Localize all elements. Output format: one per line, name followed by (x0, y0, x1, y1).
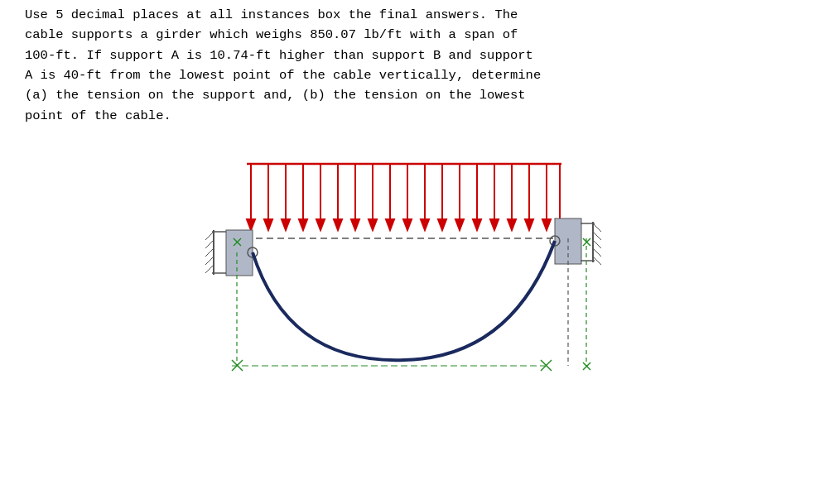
text-line-2: cable supports a girder which weighs 850… (25, 25, 799, 45)
svg-marker-30 (490, 219, 499, 230)
svg-marker-26 (455, 219, 464, 230)
svg-line-49 (593, 240, 601, 248)
svg-line-58 (205, 257, 214, 265)
svg-marker-14 (351, 219, 359, 230)
svg-line-48 (593, 232, 601, 240)
svg-marker-20 (403, 219, 412, 230)
svg-marker-22 (421, 219, 429, 230)
svg-marker-2 (247, 219, 255, 230)
page-container: Use 5 decimal places at all instances bo… (0, 0, 824, 422)
svg-line-56 (205, 240, 214, 248)
svg-marker-32 (508, 219, 516, 230)
cable-diagram (164, 141, 661, 414)
svg-marker-24 (438, 219, 446, 230)
svg-marker-8 (299, 219, 307, 230)
problem-statement: Use 5 decimal places at all instances bo… (25, 5, 799, 126)
svg-marker-28 (473, 219, 481, 230)
svg-line-55 (205, 232, 214, 240)
svg-marker-34 (525, 219, 533, 230)
svg-marker-6 (282, 219, 290, 230)
svg-marker-36 (542, 219, 551, 230)
svg-marker-16 (369, 219, 377, 230)
text-line-3: 100-ft. If support A is 10.74-ft higher … (25, 46, 799, 65)
text-line-4: A is 40-ft from the lowest point of the … (25, 65, 799, 85)
svg-line-57 (205, 248, 214, 257)
svg-marker-10 (316, 219, 325, 230)
svg-line-50 (593, 248, 601, 257)
text-line-6: point of the cable. (25, 106, 799, 126)
svg-line-59 (205, 265, 214, 273)
svg-marker-4 (264, 219, 272, 230)
svg-marker-12 (334, 219, 342, 230)
text-line-1: Use 5 decimal places at all instances bo… (25, 5, 799, 25)
diagram-area (25, 141, 799, 414)
text-line-5: (a) the tension on the support and, (b) … (25, 85, 799, 105)
svg-rect-40 (226, 230, 253, 276)
svg-marker-18 (386, 219, 394, 230)
svg-line-47 (593, 223, 601, 232)
